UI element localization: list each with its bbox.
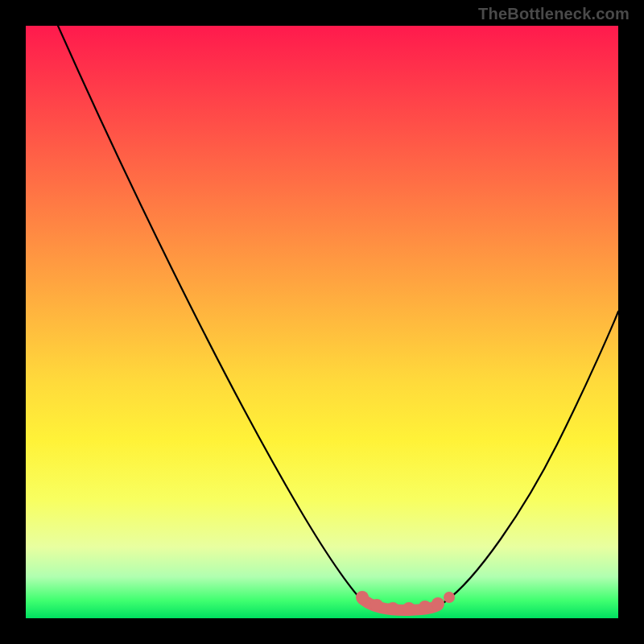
svg-point-0 xyxy=(356,591,369,604)
attribution-text: TheBottleneck.com xyxy=(478,5,630,23)
bottleneck-curve-right xyxy=(444,312,618,602)
plot-area xyxy=(26,26,618,618)
chart-frame: TheBottleneck.com xyxy=(0,0,644,644)
svg-point-3 xyxy=(402,602,415,615)
optimal-range-highlight xyxy=(356,591,455,615)
svg-point-6 xyxy=(444,592,455,603)
svg-point-1 xyxy=(370,599,383,612)
svg-point-5 xyxy=(431,597,444,610)
svg-point-2 xyxy=(386,602,399,615)
svg-point-4 xyxy=(419,601,431,613)
curve-layer xyxy=(26,26,618,618)
bottleneck-curve-left xyxy=(58,26,364,602)
